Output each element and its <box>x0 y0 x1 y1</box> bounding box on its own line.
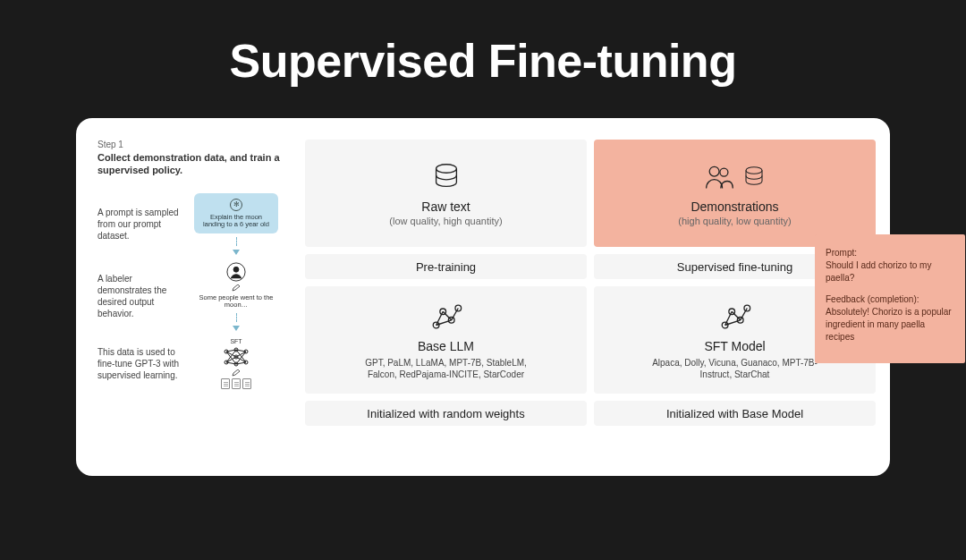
slide-title: Supervised Fine-tuning <box>0 34 966 88</box>
database-icon <box>741 160 767 194</box>
sft-block: SFT <box>221 338 251 389</box>
row-text: A prompt is sampled from our prompt data… <box>97 207 185 242</box>
person-icon <box>226 262 246 282</box>
labeler-caption: Some people went to the moon… <box>194 294 278 310</box>
diagram-card: Step 1 Collect demonstration data, and t… <box>76 118 890 476</box>
row-text: A labeler demonstrates the desired outpu… <box>97 273 185 319</box>
step-label: Step 1 <box>97 140 294 149</box>
step1-panel: Step 1 Collect demonstration data, and t… <box>97 140 294 462</box>
prompt-chip: ✻ Explain the moon landing to a 6 year o… <box>194 193 278 234</box>
center-grid: Raw text (low quality, high quantity) De… <box>305 140 876 462</box>
cell-title: Base LLM <box>418 339 474 353</box>
arrow-down-icon <box>233 250 240 255</box>
svg-point-12 <box>746 167 762 174</box>
svg-point-1 <box>233 267 239 272</box>
svg-point-9 <box>436 165 456 174</box>
globe-icon: ✻ <box>230 199 242 211</box>
cell-base-llm: Base LLM GPT, PaLM, LLaMA, MPT-7B, Stabl… <box>305 286 587 394</box>
cell-init-base: Initialized with Base Model <box>594 401 876 426</box>
docs-icon <box>221 378 251 389</box>
note-prompt-body: Should I add chorizo to my paella? <box>826 259 954 284</box>
graph-icon <box>428 300 464 334</box>
pencil-icon <box>232 284 241 292</box>
people-icon <box>703 160 735 194</box>
step-row-labeler: A labeler demonstrates the desired outpu… <box>97 262 294 331</box>
network-icon <box>223 346 250 368</box>
cell-sub: (high quality, low quantity) <box>678 216 791 226</box>
graph-icon <box>717 300 753 334</box>
note-prompt-label: Prompt: <box>826 247 954 259</box>
arrow-stem <box>236 237 237 246</box>
prompt-chip-text: Explain the moon landing to a 6 year old <box>201 214 271 229</box>
cell-sub: (low quality, high quantity) <box>389 216 502 226</box>
svg-point-11 <box>719 168 727 176</box>
cell-list: Alpaca, Dolly, Vicuna, Guanaco, MPT-7B-I… <box>646 357 825 380</box>
step-row-train: This data is used to fine-tune GPT-3 wit… <box>97 338 294 389</box>
cell-raw-text: Raw text (low quality, high quantity) <box>305 140 587 247</box>
labeler-block: Some people went to the moon… <box>194 262 278 310</box>
cell-init-random: Initialized with random weights <box>305 401 587 426</box>
pencil-icon <box>232 369 241 377</box>
svg-point-10 <box>709 166 719 176</box>
cell-list: GPT, PaLM, LLaMA, MPT-7B, StableLM, Falc… <box>357 357 536 380</box>
svg-point-17 <box>722 322 728 328</box>
step-row-prompt: A prompt is sampled from our prompt data… <box>97 193 294 256</box>
cell-title: Demonstrations <box>691 199 778 214</box>
example-note: Prompt: Should I add chorizo to my paell… <box>815 234 965 363</box>
step-heading: Collect demonstration data, and train a … <box>97 151 294 177</box>
note-feedback-label: Feedback (completion): <box>826 293 954 306</box>
cell-demonstrations: Demonstrations (high quality, low quanti… <box>594 140 876 247</box>
arrow-stem <box>236 313 237 322</box>
arrow-down-icon <box>233 326 240 331</box>
svg-point-13 <box>433 322 439 328</box>
sft-badge: SFT <box>230 338 242 344</box>
cell-title: Raw text <box>421 199 470 214</box>
cell-pretraining: Pre-training <box>305 254 587 279</box>
database-icon <box>428 160 464 194</box>
note-feedback-body: Absolutely! Chorizo is a popular ingredi… <box>826 306 954 344</box>
cell-title: SFT Model <box>704 339 765 353</box>
row-text: This data is used to fine-tune GPT-3 wit… <box>97 346 185 381</box>
